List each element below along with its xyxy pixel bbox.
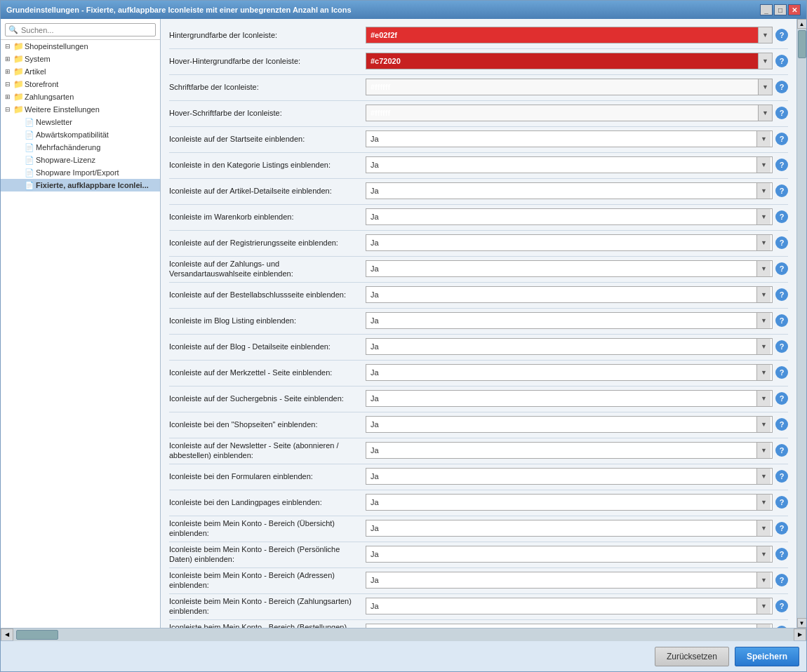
help-button-landingpages[interactable]: ? bbox=[775, 496, 788, 509]
help-button-mein-konto-zahlungsarten[interactable]: ? bbox=[775, 600, 788, 612]
help-button-merkzettel[interactable]: ? bbox=[775, 366, 788, 379]
tree-item-newsletter[interactable]: 📄Newsletter bbox=[1, 116, 160, 128]
dropdown-kategorie-listings[interactable]: Ja▼ bbox=[366, 156, 773, 173]
help-button-hintergrundfarbe[interactable]: ? bbox=[775, 29, 788, 41]
dropdown-arrow-formulare[interactable]: ▼ bbox=[756, 469, 771, 484]
color-dropdown-hover-hintergrundfarbe[interactable]: #c72020▼ bbox=[366, 53, 773, 69]
dropdown-bestellabschluss[interactable]: Ja▼ bbox=[366, 286, 773, 303]
setting-control-registrierungsseite: Ja▼? bbox=[366, 234, 788, 251]
help-button-startseite[interactable]: ? bbox=[775, 133, 788, 145]
help-button-formulare[interactable]: ? bbox=[775, 470, 788, 483]
dropdown-warenkorb[interactable]: Ja▼ bbox=[366, 208, 773, 225]
dropdown-arrow-mein-konto-adressen[interactable]: ▼ bbox=[756, 572, 771, 588]
tree-item-abwaerts[interactable]: 📄Abwärtskompatibilität bbox=[1, 128, 160, 141]
search-input-wrapper[interactable]: 🔍 bbox=[5, 23, 156, 36]
help-button-mein-konto-persoenlich[interactable]: ? bbox=[775, 548, 788, 560]
help-button-bestellabschluss[interactable]: ? bbox=[775, 288, 788, 301]
dropdown-arrow-warenkorb[interactable]: ▼ bbox=[756, 209, 771, 224]
setting-control-merkzettel: Ja▼? bbox=[366, 364, 788, 381]
dropdown-arrow-mein-konto-zahlungsarten[interactable]: ▼ bbox=[756, 598, 771, 614]
help-button-suchergebnis[interactable]: ? bbox=[775, 392, 788, 405]
search-input[interactable] bbox=[21, 26, 152, 34]
color-dropdown-schriftfarbe[interactable]: #ffffff▼ bbox=[366, 79, 773, 95]
tree-item-shopware-import[interactable]: 📄Shopware Import/Export bbox=[1, 166, 160, 179]
dropdown-arrow-landingpages[interactable]: ▼ bbox=[756, 495, 771, 510]
help-button-registrierungsseite[interactable]: ? bbox=[775, 236, 788, 249]
help-button-mein-konto-uebersicht[interactable]: ? bbox=[775, 522, 788, 535]
dropdown-suchergebnis[interactable]: Ja▼ bbox=[366, 390, 773, 407]
color-dropdown-hover-schriftfarbe[interactable]: #ffffff▼ bbox=[366, 105, 773, 121]
help-button-blog-listing[interactable]: ? bbox=[775, 314, 788, 327]
dropdown-mein-konto-zahlungsarten[interactable]: Ja▼ bbox=[366, 598, 773, 614]
dropdown-artikel-detailseite[interactable]: Ja▼ bbox=[366, 182, 773, 199]
help-button-mein-konto-adressen[interactable]: ? bbox=[775, 574, 788, 586]
dropdown-mein-konto-bestellungen[interactable]: Ja▼ bbox=[366, 624, 773, 628]
scroll-right-button[interactable]: ▶ bbox=[794, 629, 806, 641]
dropdown-arrow-bestellabschluss[interactable]: ▼ bbox=[756, 287, 771, 302]
dropdown-arrow-newsletter-seite[interactable]: ▼ bbox=[756, 443, 771, 458]
help-button-hover-hintergrundfarbe[interactable]: ? bbox=[775, 55, 788, 67]
save-button[interactable]: Speichern bbox=[735, 647, 799, 666]
dropdown-arrow-artikel-detailseite[interactable]: ▼ bbox=[756, 183, 771, 199]
dropdown-arrow-startseite[interactable]: ▼ bbox=[756, 131, 771, 147]
scroll-down-button[interactable]: ▼ bbox=[797, 618, 807, 628]
dropdown-arrow-blog-detail[interactable]: ▼ bbox=[756, 339, 771, 354]
dropdown-arrow-hintergrundfarbe[interactable]: ▼ bbox=[758, 27, 772, 43]
help-button-schriftfarbe[interactable]: ? bbox=[775, 81, 788, 93]
minimize-button[interactable]: _ bbox=[760, 4, 773, 15]
dropdown-formulare[interactable]: Ja▼ bbox=[366, 468, 773, 485]
help-button-shopseiten[interactable]: ? bbox=[775, 418, 788, 431]
dropdown-arrow-kategorie-listings[interactable]: ▼ bbox=[756, 157, 771, 173]
dropdown-landingpages[interactable]: Ja▼ bbox=[366, 494, 773, 511]
dropdown-blog-listing[interactable]: Ja▼ bbox=[366, 312, 773, 329]
dropdown-merkzettel[interactable]: Ja▼ bbox=[366, 364, 773, 381]
dropdown-mein-konto-persoenlich[interactable]: Ja▼ bbox=[366, 546, 773, 563]
help-button-warenkorb[interactable]: ? bbox=[775, 210, 788, 223]
dropdown-arrow-mein-konto-uebersicht[interactable]: ▼ bbox=[756, 520, 771, 536]
tree-item-zahlungsarten[interactable]: ⊞📁Zahlungsarten bbox=[1, 90, 160, 103]
h-scroll-thumb[interactable] bbox=[16, 630, 58, 640]
close-button[interactable]: ✕ bbox=[788, 4, 801, 15]
tree-item-mehrfach[interactable]: 📄Mehrfachänderung bbox=[1, 141, 160, 154]
dropdown-arrow-schriftfarbe[interactable]: ▼ bbox=[758, 79, 772, 95]
tree-item-system[interactable]: ⊞📁System bbox=[1, 53, 160, 65]
dropdown-startseite[interactable]: Ja▼ bbox=[366, 130, 773, 147]
dropdown-arrow-hover-schriftfarbe[interactable]: ▼ bbox=[758, 105, 772, 121]
scroll-up-button[interactable]: ▲ bbox=[797, 19, 807, 29]
dropdown-arrow-registrierungsseite[interactable]: ▼ bbox=[756, 235, 771, 250]
dropdown-newsletter-seite[interactable]: Ja▼ bbox=[366, 442, 773, 459]
help-button-artikel-detailseite[interactable]: ? bbox=[775, 184, 788, 197]
dropdown-registrierungsseite[interactable]: Ja▼ bbox=[366, 234, 773, 251]
dropdown-arrow-mein-konto-persoenlich[interactable]: ▼ bbox=[756, 546, 771, 562]
color-dropdown-hintergrundfarbe[interactable]: #e02f2f▼ bbox=[366, 27, 773, 43]
tree-item-shopware-lizenz[interactable]: 📄Shopware-Lizenz bbox=[1, 154, 160, 166]
help-button-blog-detail[interactable]: ? bbox=[775, 340, 788, 353]
tree-item-storefront[interactable]: ⊟📁Storefront bbox=[1, 78, 160, 90]
tree-item-artikel[interactable]: ⊞📁Artikel bbox=[1, 65, 160, 78]
dropdown-arrow-hover-hintergrundfarbe[interactable]: ▼ bbox=[758, 53, 772, 69]
color-swatch-hover-schriftfarbe: #ffffff bbox=[366, 105, 758, 121]
help-button-kategorie-listings[interactable]: ? bbox=[775, 159, 788, 171]
reset-button[interactable]: Zurücksetzen bbox=[655, 647, 729, 666]
dropdown-mein-konto-uebersicht[interactable]: Ja▼ bbox=[366, 520, 773, 537]
dropdown-zahlungs-versand[interactable]: Ja▼ bbox=[366, 260, 773, 277]
help-button-zahlungs-versand[interactable]: ? bbox=[775, 262, 788, 275]
dropdown-arrow-blog-listing[interactable]: ▼ bbox=[756, 313, 771, 328]
dropdown-mein-konto-adressen[interactable]: Ja▼ bbox=[366, 572, 773, 589]
scroll-thumb[interactable] bbox=[798, 30, 806, 58]
restore-button[interactable]: □ bbox=[774, 4, 787, 15]
dropdown-arrow-zahlungs-versand[interactable]: ▼ bbox=[756, 261, 771, 276]
dropdown-arrow-mein-konto-bestellungen[interactable]: ▼ bbox=[756, 624, 771, 628]
help-button-newsletter-seite[interactable]: ? bbox=[775, 444, 788, 457]
dropdown-arrow-merkzettel[interactable]: ▼ bbox=[756, 365, 771, 380]
tree-item-fixierte[interactable]: 📄Fixierte, aufklappbare Iconlei... bbox=[1, 179, 160, 191]
dropdown-arrow-suchergebnis[interactable]: ▼ bbox=[756, 391, 771, 406]
dropdown-arrow-shopseiten[interactable]: ▼ bbox=[756, 417, 771, 432]
tree-item-shopeinstellungen[interactable]: ⊟📁Shopeinstellungen bbox=[1, 40, 160, 53]
scroll-left-button[interactable]: ◀ bbox=[1, 629, 13, 641]
help-button-hover-schriftfarbe[interactable]: ? bbox=[775, 107, 788, 119]
divider bbox=[169, 360, 788, 361]
dropdown-blog-detail[interactable]: Ja▼ bbox=[366, 338, 773, 355]
tree-item-weitere-einstellungen[interactable]: ⊟📁Weitere Einstellungen bbox=[1, 103, 160, 116]
dropdown-shopseiten[interactable]: Ja▼ bbox=[366, 416, 773, 433]
